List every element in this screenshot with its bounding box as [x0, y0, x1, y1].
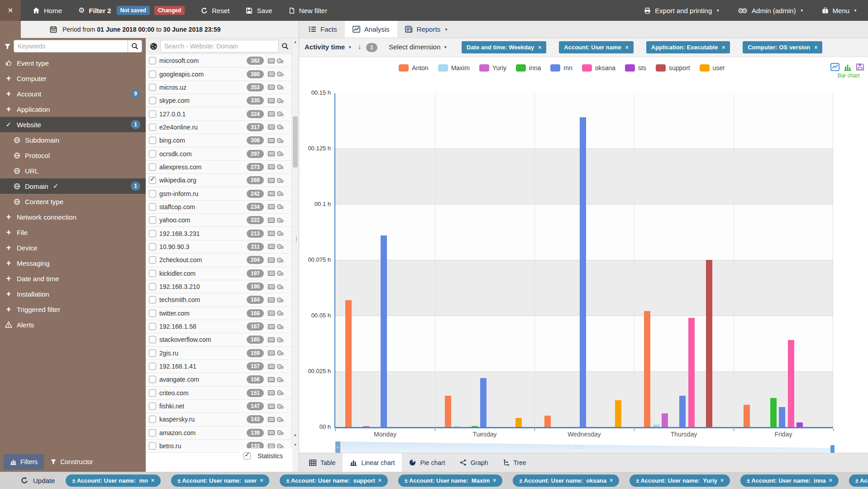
domain-list-item[interactable]: 192.168.3.210190⚙⚙ — [146, 280, 291, 293]
details-card-icon[interactable] — [267, 377, 275, 383]
account-chip-inna[interactable]: ± Account: User name: inna× — [740, 475, 839, 487]
details-card-icon[interactable] — [267, 350, 275, 356]
details-card-icon[interactable] — [267, 164, 275, 170]
remove-icon[interactable]: × — [720, 477, 724, 484]
domain-checkbox[interactable] — [149, 163, 156, 171]
bar-maxim-thursday[interactable] — [653, 425, 659, 427]
details-card-icon[interactable] — [267, 244, 275, 249]
sidebar-item-triggered-filter[interactable]: +Triggered filter — [0, 302, 146, 317]
chart-range-slider[interactable]: = ∷∷ — [335, 441, 835, 453]
scroll-up-icon[interactable]: ▲ — [292, 433, 299, 437]
details-card-icon[interactable] — [267, 138, 275, 144]
domain-checkbox[interactable] — [149, 216, 156, 224]
domain-checkbox[interactable] — [149, 442, 156, 450]
legend-item-sts[interactable]: sts — [625, 64, 646, 72]
settings-gears-icon[interactable]: ⚙⚙ — [276, 70, 290, 78]
details-card-icon[interactable] — [267, 390, 275, 396]
update-button[interactable]: Update — [21, 477, 55, 484]
settings-gears-icon[interactable]: ⚙⚙ — [276, 110, 290, 118]
bar-anton-tuesday[interactable] — [445, 396, 451, 427]
settings-gears-icon[interactable]: ⚙⚙ — [276, 269, 290, 278]
settings-gears-icon[interactable]: ⚙⚙ — [276, 283, 290, 291]
domain-checkbox[interactable] — [149, 190, 156, 197]
domain-list-item[interactable]: yahoo.com222⚙⚙ — [146, 214, 291, 227]
domain-checkbox[interactable] — [149, 350, 156, 357]
domain-checkbox[interactable] — [149, 270, 156, 277]
settings-gears-icon[interactable]: ⚙⚙ — [276, 402, 290, 411]
settings-gears-icon[interactable]: ⚙⚙ — [276, 336, 290, 344]
domain-list-item[interactable]: avangate.com156⚙⚙ — [146, 373, 291, 386]
bar-mn-wednesday[interactable] — [580, 117, 586, 427]
legend-item-mn[interactable]: mn — [550, 64, 572, 72]
domain-list-item[interactable]: 2checkout.com204⚙⚙ — [146, 254, 291, 267]
settings-gears-icon[interactable]: ⚙⚙ — [276, 216, 290, 225]
domain-list-item[interactable]: microsoft.com382⚙⚙ — [146, 54, 291, 67]
range-handle-right[interactable] — [830, 445, 835, 453]
details-card-icon[interactable] — [267, 310, 275, 316]
domain-checkbox[interactable] — [149, 57, 156, 64]
domain-checkbox[interactable] — [149, 110, 156, 118]
legend-item-maxim[interactable]: Maxim — [438, 64, 470, 72]
details-card-icon[interactable] — [267, 324, 275, 330]
linear-chart-tool-icon[interactable] — [830, 63, 839, 71]
tab-reports[interactable]: Reports ▼ — [397, 21, 456, 38]
domain-list-item[interactable]: kickidler.com197⚙⚙ — [146, 267, 291, 280]
remove-icon[interactable]: × — [610, 477, 613, 484]
bar-user-tuesday[interactable] — [515, 418, 522, 427]
bar-mn-monday[interactable] — [381, 235, 387, 427]
legend-item-support[interactable]: support — [656, 64, 690, 72]
home-button[interactable]: Home — [33, 7, 62, 14]
sidebar-item-domain[interactable]: Domain✓1 — [0, 178, 146, 194]
settings-gears-icon[interactable]: ⚙⚙ — [276, 136, 290, 145]
domain-list-item[interactable]: fishki.net147⚙⚙ — [146, 400, 291, 413]
remove-icon[interactable]: × — [625, 44, 629, 51]
domain-list-scrollbar[interactable]: ▲ ▲ ▼ — [291, 38, 299, 472]
reset-button[interactable]: Reset — [201, 7, 229, 14]
keywords-search-button[interactable] — [128, 40, 142, 53]
details-card-icon[interactable] — [267, 177, 275, 183]
details-card-icon[interactable] — [267, 71, 275, 77]
domain-list-item[interactable]: googleapis.com380⚙⚙ — [146, 67, 291, 81]
domain-checkbox[interactable] — [149, 230, 156, 237]
account-chip-yuriy[interactable]: ± Account: User name: Yuriy× — [630, 475, 730, 487]
account-chip-support[interactable]: ± Account: User name: support× — [280, 475, 387, 487]
sidebar-item-network-connection[interactable]: +Network connection — [0, 209, 146, 225]
bar-maxim-tuesday[interactable] — [454, 426, 460, 427]
settings-gears-icon[interactable]: ⚙⚙ — [276, 163, 290, 171]
tab-linear-chart[interactable]: Linear chart — [343, 453, 402, 472]
tab-pie-chart[interactable]: Pie chart — [402, 453, 452, 472]
domain-checkbox[interactable] — [149, 363, 156, 370]
scrollbar-thumb[interactable] — [293, 116, 298, 168]
dimension-chip-account-user-name[interactable]: Account: User name× — [559, 41, 633, 53]
domain-list-item[interactable]: amazon.com139⚙⚙ — [146, 427, 291, 440]
domain-list-item[interactable]: wikipedia.org269⚙⚙ — [146, 174, 291, 187]
domain-list-item[interactable]: gsm-inform.ru242⚙⚙ — [146, 187, 291, 200]
select-dimension-dropdown[interactable]: Select dimension ▼ — [389, 43, 447, 51]
settings-gears-icon[interactable]: ⚙⚙ — [276, 415, 290, 424]
sidebar-item-website[interactable]: ✓Website1 — [0, 117, 146, 132]
domain-list-item[interactable]: 192.168.1.41157⚙⚙ — [146, 360, 291, 373]
settings-gears-icon[interactable]: ⚙⚙ — [276, 242, 290, 251]
domain-list-item[interactable]: stackoverflow.com165⚙⚙ — [146, 333, 291, 346]
bar-mn-thursday[interactable] — [679, 396, 686, 427]
keywords-input[interactable] — [14, 40, 128, 53]
settings-gears-icon[interactable]: ⚙⚙ — [276, 123, 290, 131]
settings-gears-icon[interactable]: ⚙⚙ — [276, 322, 290, 331]
main-menu[interactable]: Menu ▼ — [822, 7, 857, 14]
filter-name-button[interactable]: ⚙ Filter 2 — [78, 7, 111, 14]
details-card-icon[interactable] — [267, 151, 275, 157]
legend-item-user[interactable]: user — [700, 64, 725, 72]
tab-tree[interactable]: Tree — [496, 453, 534, 472]
remove-icon[interactable]: × — [538, 44, 541, 51]
sidebar-item-messaging[interactable]: +Messaging — [0, 255, 146, 271]
period-bar[interactable]: Period from 01 June 2018 00:00 to 30 Jun… — [21, 21, 299, 38]
legend-item-anton[interactable]: Anton — [399, 64, 429, 72]
domain-checkbox[interactable] — [149, 296, 156, 303]
domain-list-item[interactable]: 192.168.3.231213⚙⚙ — [146, 227, 291, 240]
bar-anton-wednesday[interactable] — [544, 416, 551, 427]
details-card-icon[interactable] — [267, 124, 275, 130]
domain-checkbox[interactable] — [149, 97, 156, 104]
dimension-chip-date-and-time-weekday[interactable]: Date and time: Weekday× — [462, 41, 546, 53]
bar-yuriy-thursday[interactable] — [662, 413, 668, 427]
bar-anton-friday[interactable] — [744, 405, 750, 427]
